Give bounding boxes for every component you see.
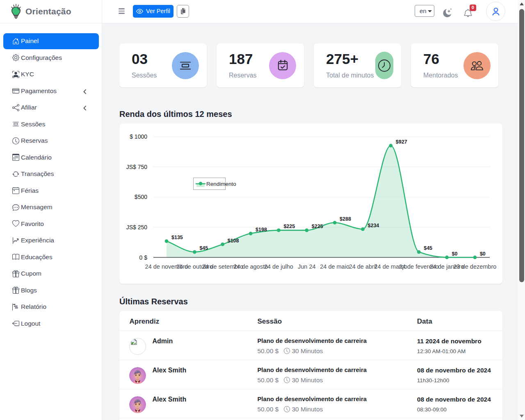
svg-text:JS$ 250: JS$ 250 [126, 224, 148, 231]
svg-text:24 de abril: 24 de abril [349, 263, 377, 270]
svg-text:24 de agosto: 24 de agosto [233, 263, 268, 270]
svg-text:23 de dezembro: 23 de dezembro [454, 263, 497, 270]
svg-text:24 de julho: 24 de julho [264, 263, 293, 270]
svg-text:$234: $234 [368, 223, 379, 228]
svg-text:JS$ 750: JS$ 750 [126, 164, 148, 170]
svg-text:$500: $500 [135, 194, 147, 200]
svg-text:$108: $108 [228, 238, 239, 244]
svg-text:$927: $927 [396, 139, 407, 145]
svg-text:$225: $225 [283, 224, 295, 229]
svg-text:24 de maio: 24 de maio [320, 263, 349, 270]
svg-text:$45: $45 [199, 245, 208, 251]
svg-text:$ 1000: $ 1000 [130, 133, 147, 140]
svg-text:$45: $45 [424, 245, 432, 251]
svg-text:$225: $225 [312, 224, 323, 229]
svg-text:Rendimento: Rendimento [206, 181, 236, 187]
svg-text:$0: $0 [452, 251, 458, 257]
svg-text:$198: $198 [256, 227, 267, 233]
svg-text:$0: $0 [480, 251, 486, 257]
svg-text:$288: $288 [340, 216, 351, 222]
svg-text:Jun 24: Jun 24 [298, 263, 316, 270]
svg-text:0 $: 0 $ [139, 254, 148, 261]
svg-text:$135: $135 [171, 235, 183, 240]
